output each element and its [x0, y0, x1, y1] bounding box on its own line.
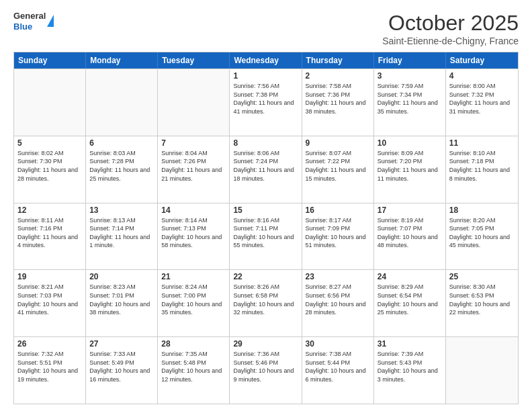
calendar-cell: 28Sunrise: 7:35 AM Sunset: 5:48 PM Dayli… [158, 337, 230, 404]
weekday-header: Thursday [302, 52, 374, 68]
calendar-cell: 20Sunrise: 8:23 AM Sunset: 7:01 PM Dayli… [86, 270, 158, 336]
calendar-cell: 17Sunrise: 8:19 AM Sunset: 7:07 PM Dayli… [374, 203, 446, 270]
day-number: 3 [378, 71, 442, 81]
day-info: Sunrise: 7:32 AM Sunset: 5:51 PM Dayligh… [17, 350, 82, 383]
day-info: Sunrise: 8:10 AM Sunset: 7:18 PM Dayligh… [449, 149, 515, 183]
day-info: Sunrise: 8:23 AM Sunset: 7:01 PM Dayligh… [89, 283, 154, 316]
day-number: 19 [17, 272, 82, 281]
day-number: 29 [233, 339, 298, 349]
calendar-cell: 23Sunrise: 8:27 AM Sunset: 6:56 PM Dayli… [302, 270, 374, 336]
day-number: 2 [306, 71, 370, 81]
calendar: SundayMondayTuesdayWednesdayThursdayFrid… [13, 52, 519, 404]
weekday-header: Tuesday [158, 52, 230, 68]
day-info: Sunrise: 7:58 AM Sunset: 7:36 PM Dayligh… [306, 82, 370, 116]
calendar-body: 1Sunrise: 7:56 AM Sunset: 7:38 PM Daylig… [14, 68, 518, 404]
calendar-cell: 27Sunrise: 7:33 AM Sunset: 5:49 PM Dayli… [86, 337, 158, 404]
weekday-header: Wednesday [230, 52, 302, 68]
location: Saint-Etienne-de-Chigny, France [382, 36, 519, 46]
calendar-cell: 16Sunrise: 8:17 AM Sunset: 7:09 PM Dayli… [302, 203, 374, 270]
weekday-header: Friday [374, 52, 446, 68]
day-number: 20 [89, 272, 154, 281]
calendar-row: 5Sunrise: 8:02 AM Sunset: 7:30 PM Daylig… [14, 136, 518, 203]
day-info: Sunrise: 8:20 AM Sunset: 7:05 PM Dayligh… [449, 216, 515, 250]
day-number: 21 [161, 272, 226, 281]
calendar-cell [446, 337, 518, 404]
calendar-header: SundayMondayTuesdayWednesdayThursdayFrid… [14, 52, 518, 68]
logo-text: General Blue [13, 11, 46, 32]
header-right: October 2025 Saint-Etienne-de-Chigny, Fr… [382, 11, 519, 46]
day-number: 13 [89, 205, 154, 215]
day-number: 6 [89, 138, 154, 148]
day-info: Sunrise: 8:17 AM Sunset: 7:09 PM Dayligh… [306, 216, 370, 250]
calendar-cell: 30Sunrise: 7:38 AM Sunset: 5:44 PM Dayli… [302, 337, 374, 404]
page: General Blue October 2025 Saint-Etienne-… [0, 0, 532, 411]
day-info: Sunrise: 8:24 AM Sunset: 7:00 PM Dayligh… [161, 283, 226, 316]
header: General Blue October 2025 Saint-Etienne-… [13, 11, 519, 46]
calendar-row: 12Sunrise: 8:11 AM Sunset: 7:16 PM Dayli… [14, 203, 518, 270]
calendar-cell: 19Sunrise: 8:21 AM Sunset: 7:03 PM Dayli… [14, 270, 86, 336]
day-info: Sunrise: 8:30 AM Sunset: 6:53 PM Dayligh… [449, 283, 515, 316]
day-number: 18 [449, 205, 515, 215]
day-info: Sunrise: 8:14 AM Sunset: 7:13 PM Dayligh… [161, 216, 226, 250]
day-number: 1 [233, 71, 298, 81]
day-number: 14 [161, 205, 226, 215]
day-number: 26 [17, 339, 82, 349]
day-info: Sunrise: 8:11 AM Sunset: 7:16 PM Dayligh… [17, 216, 82, 250]
day-number: 16 [306, 205, 370, 215]
calendar-cell: 11Sunrise: 8:10 AM Sunset: 7:18 PM Dayli… [446, 136, 518, 203]
logo-blue: Blue [13, 21, 46, 32]
day-number: 12 [17, 205, 82, 215]
day-number: 23 [306, 272, 370, 281]
day-info: Sunrise: 8:19 AM Sunset: 7:07 PM Dayligh… [378, 216, 442, 250]
calendar-row: 19Sunrise: 8:21 AM Sunset: 7:03 PM Dayli… [14, 269, 518, 336]
calendar-cell: 6Sunrise: 8:03 AM Sunset: 7:28 PM Daylig… [86, 136, 158, 203]
calendar-cell: 26Sunrise: 7:32 AM Sunset: 5:51 PM Dayli… [14, 337, 86, 404]
calendar-cell [14, 69, 86, 136]
day-info: Sunrise: 8:16 AM Sunset: 7:11 PM Dayligh… [233, 216, 298, 250]
day-number: 4 [449, 71, 515, 81]
logo-triangle-icon [47, 15, 54, 27]
calendar-cell: 2Sunrise: 7:58 AM Sunset: 7:36 PM Daylig… [302, 69, 374, 136]
logo: General Blue [13, 11, 54, 32]
calendar-cell: 13Sunrise: 8:13 AM Sunset: 7:14 PM Dayli… [86, 203, 158, 270]
calendar-row: 26Sunrise: 7:32 AM Sunset: 5:51 PM Dayli… [14, 336, 518, 404]
day-info: Sunrise: 7:33 AM Sunset: 5:49 PM Dayligh… [89, 350, 154, 383]
weekday-header: Monday [86, 52, 158, 68]
day-info: Sunrise: 8:06 AM Sunset: 7:24 PM Dayligh… [233, 149, 298, 183]
day-info: Sunrise: 8:03 AM Sunset: 7:28 PM Dayligh… [89, 149, 154, 183]
day-number: 15 [233, 205, 298, 215]
day-number: 7 [161, 138, 226, 148]
calendar-cell: 22Sunrise: 8:26 AM Sunset: 6:58 PM Dayli… [230, 270, 302, 336]
day-number: 31 [378, 339, 442, 349]
day-number: 22 [233, 272, 298, 281]
day-number: 11 [449, 138, 515, 148]
day-number: 9 [306, 138, 370, 148]
day-info: Sunrise: 7:59 AM Sunset: 7:34 PM Dayligh… [378, 82, 442, 116]
day-info: Sunrise: 7:36 AM Sunset: 5:46 PM Dayligh… [233, 350, 298, 383]
calendar-cell: 10Sunrise: 8:09 AM Sunset: 7:20 PM Dayli… [374, 136, 446, 203]
calendar-cell: 31Sunrise: 7:39 AM Sunset: 5:43 PM Dayli… [374, 337, 446, 404]
calendar-cell: 4Sunrise: 8:00 AM Sunset: 7:32 PM Daylig… [446, 69, 518, 136]
month-title: October 2025 [382, 11, 519, 36]
weekday-header: Saturday [446, 52, 518, 68]
calendar-cell: 12Sunrise: 8:11 AM Sunset: 7:16 PM Dayli… [14, 203, 86, 270]
day-info: Sunrise: 8:29 AM Sunset: 6:54 PM Dayligh… [378, 283, 442, 316]
day-info: Sunrise: 8:07 AM Sunset: 7:22 PM Dayligh… [306, 149, 370, 183]
day-number: 5 [17, 138, 82, 148]
calendar-cell: 24Sunrise: 8:29 AM Sunset: 6:54 PM Dayli… [374, 270, 446, 336]
calendar-cell: 21Sunrise: 8:24 AM Sunset: 7:00 PM Dayli… [158, 270, 230, 336]
day-number: 30 [306, 339, 370, 349]
day-info: Sunrise: 8:26 AM Sunset: 6:58 PM Dayligh… [233, 283, 298, 316]
calendar-cell [86, 69, 158, 136]
logo-general: General [13, 11, 46, 21]
day-info: Sunrise: 8:00 AM Sunset: 7:32 PM Dayligh… [449, 82, 515, 116]
calendar-cell: 5Sunrise: 8:02 AM Sunset: 7:30 PM Daylig… [14, 136, 86, 203]
calendar-cell: 25Sunrise: 8:30 AM Sunset: 6:53 PM Dayli… [446, 270, 518, 336]
day-number: 17 [378, 205, 442, 215]
calendar-cell: 15Sunrise: 8:16 AM Sunset: 7:11 PM Dayli… [230, 203, 302, 270]
day-info: Sunrise: 8:13 AM Sunset: 7:14 PM Dayligh… [89, 216, 154, 250]
day-info: Sunrise: 8:09 AM Sunset: 7:20 PM Dayligh… [378, 149, 442, 183]
day-info: Sunrise: 7:56 AM Sunset: 7:38 PM Dayligh… [233, 82, 298, 116]
day-info: Sunrise: 7:35 AM Sunset: 5:48 PM Dayligh… [161, 350, 226, 383]
calendar-cell: 18Sunrise: 8:20 AM Sunset: 7:05 PM Dayli… [446, 203, 518, 270]
